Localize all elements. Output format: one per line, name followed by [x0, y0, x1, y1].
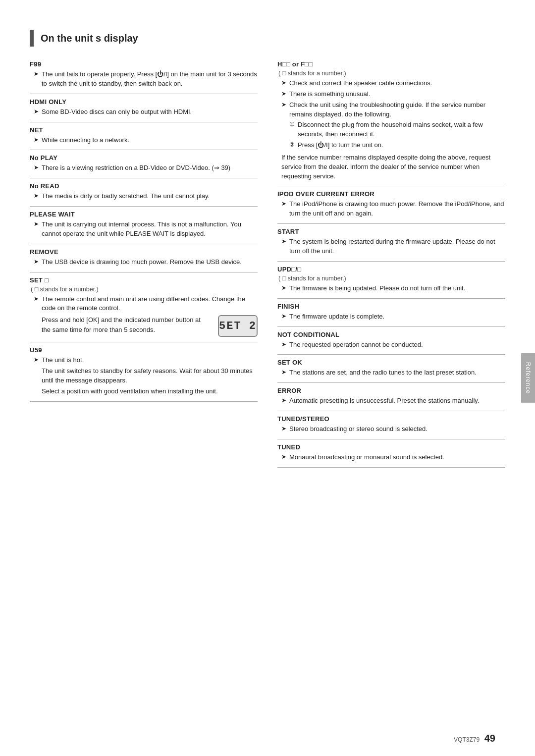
arrow-icon: ➤ — [34, 70, 39, 77]
section-set: SET □ ( □ stands for a number.) ➤ The re… — [30, 276, 258, 337]
divider — [30, 150, 258, 150]
arrow-icon: ➤ — [281, 341, 286, 348]
heading-tuned-stereo: TUNED/STEREO — [277, 415, 505, 423]
text-remove-1: The USB device is drawing too much power… — [42, 258, 242, 267]
heading-please-wait: PLEASE WAIT — [30, 211, 258, 218]
text-set-ok-1: The stations are set, and the radio tune… — [289, 368, 477, 378]
heading-error: ERROR — [277, 387, 505, 394]
heading-no-play: No PLAY — [30, 154, 258, 162]
page-container: On the unit s display F99 ➤ The unit fai… — [0, 0, 535, 756]
left-column: F99 ➤ The unit fails to operate properly… — [30, 60, 258, 472]
text-start-1: The system is being restarted during the… — [289, 237, 505, 256]
sub-text-hnn-2: Press [⏻/I] to turn the unit on. — [298, 141, 383, 150]
divider — [277, 467, 505, 468]
bullet-start-1: ➤ The system is being restarted during t… — [277, 237, 505, 256]
section-net: NET ➤ While connecting to a network. — [30, 126, 258, 145]
heading-f99: F99 — [30, 60, 258, 68]
heading-remove: REMOVE — [30, 248, 258, 256]
bullet-tuned-stereo-1: ➤ Stereo broadcasting or stereo sound is… — [277, 425, 505, 434]
section-ipod-over-current: IPOD OVER CURRENT ERROR ➤ The iPod/iPhon… — [277, 190, 505, 218]
page-number: 49 — [484, 733, 495, 744]
arrow-icon: ➤ — [34, 295, 39, 302]
bullet-set-1: ➤ The remote control and main unit are u… — [30, 295, 258, 314]
bullet-error-1: ➤ Automatic presetting is unsuccessful. … — [277, 396, 505, 406]
bullet-finish-1: ➤ The firmware update is complete. — [277, 312, 505, 322]
heading-u59: U59 — [30, 346, 258, 354]
divider — [30, 178, 258, 178]
arrow-icon: ➤ — [281, 284, 286, 291]
bullet-no-play-1: ➤ There is a viewing restriction on a BD… — [30, 163, 258, 173]
heading-tuned: TUNED — [277, 443, 505, 451]
sub-bullet-hnn-1: ① Disconnect the plug from the household… — [277, 120, 505, 139]
bullet-u59-1: ➤ The unit is hot. — [30, 356, 258, 365]
divider — [277, 411, 505, 411]
sub-text-hnn-1: Disconnect the plug from the household m… — [298, 120, 505, 139]
arrow-icon: ➤ — [281, 453, 286, 460]
section-tuned: TUNED ➤ Monaural broadcasting or monaura… — [277, 443, 505, 462]
arrow-icon: ➤ — [281, 425, 286, 432]
section-upd: UPD□/□ ( □ stands for a number.) ➤ The f… — [277, 266, 505, 293]
text-upd-1: The firmware is being updated. Please do… — [289, 284, 465, 293]
divider — [277, 261, 505, 262]
divider — [277, 326, 505, 327]
heading-not-conditional: NOT CONDITIONAL — [277, 331, 505, 338]
divider — [30, 206, 258, 207]
set-image-container: Press and hold [OK] and the indicated nu… — [30, 315, 258, 337]
divider — [277, 223, 505, 224]
divider — [277, 186, 505, 186]
text-hnn-after: If the service number remains displayed … — [277, 153, 505, 181]
arrow-icon: ➤ — [281, 397, 286, 404]
divider — [30, 122, 258, 122]
heading-no-read: No READ — [30, 182, 258, 190]
text-tuned-1: Monaural broadcasting or monaural sound … — [289, 453, 444, 462]
section-finish: FINISH ➤ The firmware update is complete… — [277, 303, 505, 322]
bullet-net-1: ➤ While connecting to a network. — [30, 136, 258, 145]
text-error-1: Automatic presetting is unsuccessful. Pr… — [289, 396, 479, 406]
arrow-icon: ➤ — [281, 90, 286, 97]
divider — [30, 272, 258, 272]
arrow-icon: ➤ — [34, 136, 39, 143]
heading-hnn-fnn: H□□ or F□□ — [277, 60, 505, 68]
bullet-hdmi-1: ➤ Some BD-Video discs can only be output… — [30, 108, 258, 117]
bullet-f99-1: ➤ The unit fails to operate properly. Pr… — [30, 70, 258, 89]
sub-bullet-hnn-2: ② Press [⏻/I] to turn the unit on. — [277, 141, 505, 150]
subheading-upd: ( □ stands for a number.) — [277, 275, 505, 282]
bullet-set-ok-1: ➤ The stations are set, and the radio tu… — [277, 368, 505, 378]
section-remove: REMOVE ➤ The USB device is drawing too m… — [30, 248, 258, 267]
set-display-image: 5ET 2 — [218, 315, 258, 337]
arrow-icon: ➤ — [281, 200, 286, 207]
page-title-bar-decoration — [30, 30, 34, 47]
subheading-set: ( □ stands for a number.) — [30, 286, 258, 293]
section-no-read: No READ ➤ The media is dirty or badly sc… — [30, 182, 258, 201]
text-not-conditional-1: The requested operation cannot be conduc… — [289, 340, 423, 350]
divider — [277, 354, 505, 355]
arrow-icon: ➤ — [281, 238, 286, 245]
divider — [30, 94, 258, 94]
right-column: H□□ or F□□ ( □ stands for a number.) ➤ C… — [277, 60, 505, 472]
text-tuned-stereo-1: Stereo broadcasting or stereo sound is s… — [289, 425, 428, 434]
set-image-text: Press and hold [OK] and the indicated nu… — [42, 315, 211, 334]
section-start: START ➤ The system is being restarted du… — [277, 228, 505, 256]
text-f99-1: The unit fails to operate properly. Pres… — [42, 70, 258, 89]
arrow-icon: ➤ — [34, 356, 39, 363]
heading-finish: FINISH — [277, 303, 505, 310]
text-hnn-1: Check and correct the speaker cable conn… — [289, 79, 432, 88]
bullet-hnn-3: ➤ Check the unit using the troubleshooti… — [277, 101, 505, 119]
bullet-ipod-1: ➤ The iPod/iPhone is drawing too much po… — [277, 200, 505, 218]
subheading-hnn-fnn: ( □ stands for a number.) — [277, 70, 505, 77]
text-net-1: While connecting to a network. — [42, 136, 129, 145]
section-tuned-stereo: TUNED/STEREO ➤ Stereo broadcasting or st… — [277, 415, 505, 434]
heading-start: START — [277, 228, 505, 235]
section-error: ERROR ➤ Automatic presetting is unsucces… — [277, 387, 505, 406]
bullet-please-wait-1: ➤ The unit is carrying out internal proc… — [30, 220, 258, 239]
heading-set: SET □ — [30, 276, 258, 284]
heading-set-ok: SET OK — [277, 359, 505, 366]
section-please-wait: PLEASE WAIT ➤ The unit is carrying out i… — [30, 211, 258, 239]
arrow-icon: ➤ — [34, 258, 39, 265]
text-hdmi-1: Some BD-Video discs can only be output w… — [42, 108, 192, 117]
sub-num-2: ② — [289, 141, 295, 148]
text-hnn-3: Check the unit using the troubleshooting… — [289, 101, 505, 119]
divider — [30, 244, 258, 244]
text-hnn-2: There is something unusual. — [289, 90, 370, 99]
arrow-icon: ➤ — [34, 220, 39, 227]
